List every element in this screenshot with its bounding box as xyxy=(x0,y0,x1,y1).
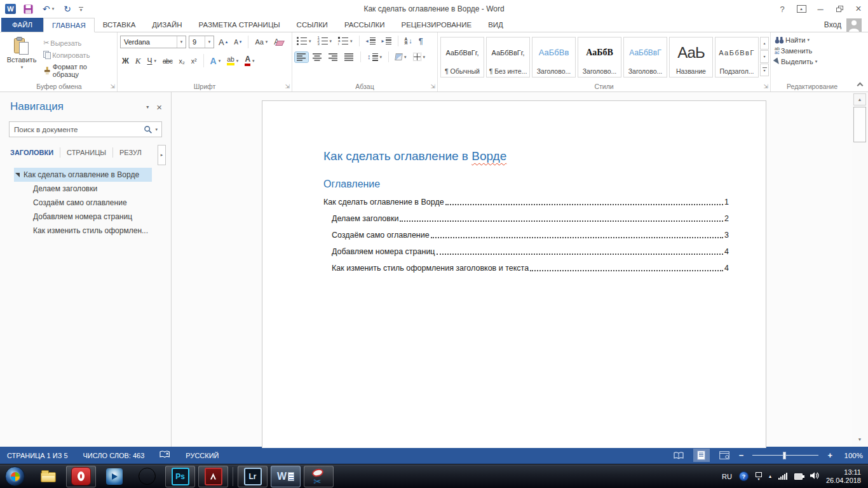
italic-button[interactable]: К xyxy=(133,55,143,67)
grow-font-button[interactable]: А▴ xyxy=(217,36,229,48)
style-no-spacing[interactable]: АаБбВвГг,¶ Без инте... xyxy=(486,37,530,78)
clipboard-dialog-launcher[interactable]: ⇲ xyxy=(110,84,115,90)
show-marks-button[interactable]: ¶ xyxy=(417,36,425,46)
tab-mailings[interactable]: РАССЫЛКИ xyxy=(336,18,393,32)
show-hidden-icons-button[interactable]: ▴ xyxy=(769,473,771,479)
text-highlight-button[interactable]: ab▾ xyxy=(225,55,240,67)
borders-button[interactable]: ▾ xyxy=(411,51,428,62)
scroll-up-button[interactable]: ▲ xyxy=(853,93,866,105)
document-search-box[interactable]: ▾ xyxy=(9,121,162,137)
font-size-combo[interactable]: 9▾ xyxy=(189,36,214,48)
tab-insert[interactable]: ВСТАВКА xyxy=(95,18,144,32)
tree-item-heading2[interactable]: Добавляем номера страниц xyxy=(0,210,171,224)
close-button[interactable]: × xyxy=(849,0,868,18)
minimize-button[interactable]: ─ xyxy=(811,0,830,18)
language-switcher[interactable]: RU xyxy=(722,473,732,480)
tab-view[interactable]: ВИД xyxy=(480,18,512,32)
font-name-combo[interactable]: Verdana▾ xyxy=(120,36,186,48)
font-color-button[interactable]: А▾ xyxy=(243,54,256,67)
underline-button[interactable]: Ч▾ xyxy=(146,55,159,67)
collapse-triangle-icon[interactable] xyxy=(15,173,20,177)
format-painter-button[interactable]: Формат по образцу xyxy=(42,62,114,79)
start-button[interactable] xyxy=(5,466,25,486)
save-button[interactable] xyxy=(24,4,33,14)
tray-help-icon[interactable]: ? xyxy=(739,471,749,481)
zoom-out-button[interactable]: − xyxy=(739,451,744,460)
style-heading2[interactable]: АаБбВЗаголово... xyxy=(578,37,621,78)
text-effects-button[interactable]: А▾ xyxy=(208,55,223,67)
bold-button[interactable]: Ж xyxy=(120,55,131,67)
cut-button[interactable]: ✂Вырезать xyxy=(42,38,114,48)
styles-more-button[interactable]: ▾ xyxy=(760,64,769,76)
nav-tab-pages[interactable]: СТРАНИЦЫ xyxy=(60,147,112,158)
restore-button[interactable] xyxy=(830,0,849,18)
styles-scroll-down-button[interactable]: ▾ xyxy=(760,50,769,63)
navigation-options-button[interactable]: ▾ xyxy=(146,104,149,110)
read-mode-button[interactable] xyxy=(670,449,687,462)
toc-entry[interactable]: Создаём само оглавление3 xyxy=(323,227,729,243)
toc-entry[interactable]: Как сделать оглавление в Ворде1 xyxy=(323,194,729,210)
tab-review[interactable]: РЕЦЕНЗИРОВАНИЕ xyxy=(393,18,480,32)
search-dropdown-icon[interactable]: ▾ xyxy=(153,127,161,132)
proofing-status-button[interactable] xyxy=(159,451,170,460)
search-input[interactable] xyxy=(10,126,144,133)
paste-button[interactable]: Вставить ▾ xyxy=(4,36,39,81)
tree-item-heading2[interactable]: Как изменить стиль оформлен... xyxy=(0,224,171,238)
tree-item-heading2[interactable]: Делаем заголовки xyxy=(0,182,171,196)
tree-item-heading1[interactable]: Как сделать оглавление в Ворде xyxy=(14,168,152,182)
tab-file[interactable]: ФАЙЛ xyxy=(1,18,43,32)
shrink-font-button[interactable]: А▾ xyxy=(232,37,243,47)
taskbar-explorer-button[interactable] xyxy=(33,466,63,487)
tab-references[interactable]: ССЫЛКИ xyxy=(288,18,336,32)
font-dialog-launcher[interactable]: ⇲ xyxy=(285,84,290,90)
style-heading1[interactable]: АаБбВвЗаголово... xyxy=(532,37,576,78)
increase-indent-button[interactable]: ▸ xyxy=(380,36,393,46)
zoom-in-button[interactable]: + xyxy=(827,451,832,460)
clock[interactable]: 13:1126.04.2018 xyxy=(826,468,861,485)
align-center-button[interactable] xyxy=(311,52,324,62)
power-icon[interactable] xyxy=(794,473,803,480)
line-spacing-button[interactable]: ↕▾ xyxy=(365,52,384,62)
styles-scroll-up-button[interactable]: ▴ xyxy=(760,37,769,50)
style-subtitle[interactable]: АаБбВвГПодзагол... xyxy=(715,37,759,78)
nav-tabs-expand-button[interactable]: ▸ xyxy=(158,145,166,165)
zoom-level[interactable]: 100% xyxy=(839,452,863,459)
sort-button[interactable]: АЯ↓ xyxy=(403,36,414,46)
document-page[interactable]: Как сделать оглавление в Ворде Оглавлени… xyxy=(262,100,766,448)
volume-icon[interactable] xyxy=(810,471,819,482)
bullets-button[interactable]: ▾ xyxy=(295,36,313,46)
tray-window-icon[interactable]: ▾ xyxy=(756,472,762,481)
language-indicator[interactable]: РУССКИЙ xyxy=(186,452,219,459)
nav-tab-results[interactable]: РЕЗУЛ xyxy=(112,147,148,158)
paragraph-dialog-launcher[interactable]: ⇲ xyxy=(430,84,435,90)
clear-formatting-button[interactable]: А xyxy=(272,36,281,48)
search-icon[interactable] xyxy=(144,125,153,134)
nav-tab-headings[interactable]: ЗАГОЛОВКИ xyxy=(10,147,60,158)
help-button[interactable]: ? xyxy=(773,0,792,18)
word-count[interactable]: ЧИСЛО СЛОВ: 463 xyxy=(83,452,145,459)
tab-home[interactable]: ГЛАВНАЯ xyxy=(43,18,95,32)
scroll-down-button[interactable]: ▼ xyxy=(853,434,866,444)
toc-entry[interactable]: Как изменить стиль оформления заголовков… xyxy=(323,260,729,276)
taskbar-photoshop-button[interactable]: Ps xyxy=(165,466,195,487)
select-button[interactable]: Выделить▾ xyxy=(773,57,851,66)
strikethrough-button[interactable]: abc xyxy=(161,56,174,66)
styles-dialog-launcher[interactable]: ⇲ xyxy=(763,84,768,90)
decrease-indent-button[interactable]: ◂ xyxy=(364,36,377,46)
find-button[interactable]: Найти▾ xyxy=(773,36,851,44)
copy-button[interactable]: Копировать xyxy=(42,50,114,60)
scrollbar-thumb[interactable] xyxy=(853,107,866,142)
taskbar-app-button[interactable] xyxy=(132,466,162,487)
vertical-scrollbar[interactable]: ▲ ▼ xyxy=(852,92,868,447)
align-left-button[interactable] xyxy=(295,52,308,62)
style-title[interactable]: АаЬНазвание xyxy=(669,37,713,78)
shading-button[interactable]: ▾ xyxy=(393,52,409,62)
zoom-slider-thumb[interactable] xyxy=(783,452,786,459)
change-case-button[interactable]: Aa▾ xyxy=(253,37,269,47)
customize-qat-button[interactable]: ▾ xyxy=(79,7,83,11)
page-indicator[interactable]: СТРАНИЦА 1 ИЗ 5 xyxy=(7,452,68,459)
numbering-button[interactable]: 123▾ xyxy=(316,36,334,46)
taskbar-media-player-button[interactable] xyxy=(99,466,129,487)
sign-in[interactable]: Вход xyxy=(824,18,868,32)
network-icon[interactable] xyxy=(778,473,787,480)
